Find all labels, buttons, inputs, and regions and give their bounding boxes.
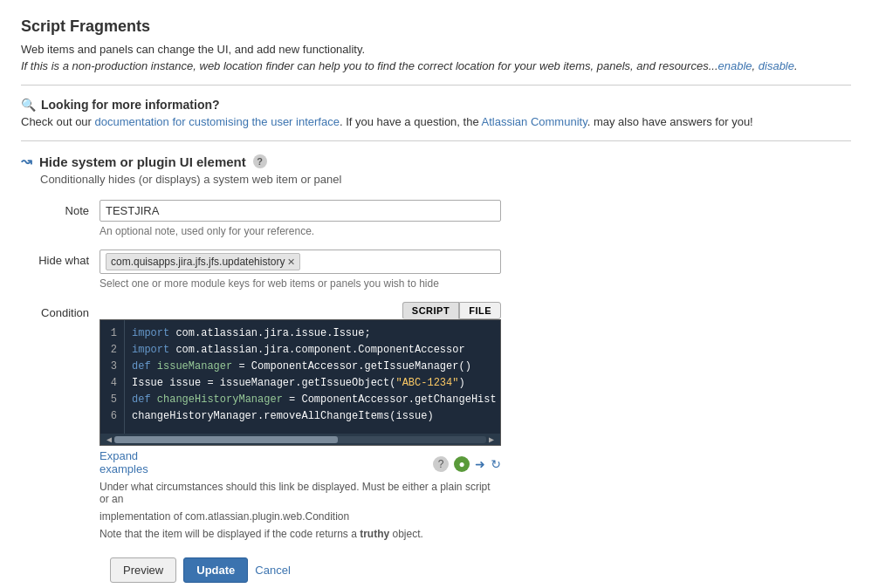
expand-row: Expand examples ? ● ➜ ↺ bbox=[100, 449, 501, 475]
line-num-4: 4 bbox=[107, 375, 117, 392]
intro-line2: If this is a non-production instance, we… bbox=[21, 59, 851, 72]
info-heading: 🔍 Looking for more information? bbox=[21, 98, 851, 112]
search-icon: 🔍 bbox=[21, 98, 36, 112]
code-line-6: changeHistoryManager.removeAllChangeItem… bbox=[132, 408, 493, 425]
scroll-right-icon[interactable]: ▶ bbox=[486, 434, 497, 445]
editor-back-icon[interactable]: ↺ bbox=[491, 457, 501, 471]
line-num-1: 1 bbox=[107, 325, 117, 342]
line-num-3: 3 bbox=[107, 359, 117, 375]
hide-what-content: com.quisapps.jira.jfs.jfs.updatehistory … bbox=[100, 250, 851, 290]
info-section: 🔍 Looking for more information? Check ou… bbox=[21, 98, 851, 128]
condition-content: SCRIPT FILE 1 2 3 4 5 6 import com.atlas… bbox=[100, 302, 851, 540]
community-link[interactable]: Atlassian Community bbox=[482, 115, 587, 128]
condition-row: Condition SCRIPT FILE 1 2 3 4 5 6 bbox=[21, 302, 851, 540]
code-content: import com.atlassian.jira.issue.Issue; i… bbox=[125, 320, 500, 434]
enable-link[interactable]: enable bbox=[718, 59, 752, 72]
truthy-text: truthy bbox=[360, 528, 389, 540]
condition-hint-2: implementation of com.atlassian.plugin.w… bbox=[100, 510, 501, 523]
expand-examples-link[interactable]: Expand examples bbox=[100, 449, 173, 475]
code-line-2: import com.atlassian.jira.component.Comp… bbox=[132, 342, 493, 359]
tab-script[interactable]: SCRIPT bbox=[402, 302, 459, 319]
hide-what-row: Hide what com.quisapps.jira.jfs.jfs.upda… bbox=[21, 250, 851, 290]
hide-what-label: Hide what bbox=[21, 250, 100, 267]
code-line-1: import com.atlassian.jira.issue.Issue; bbox=[132, 325, 493, 342]
arrow-icon: ↝ bbox=[21, 154, 32, 169]
note-content: An optional note, used only for your ref… bbox=[100, 200, 851, 237]
page-title: Script Fragments bbox=[21, 17, 851, 36]
help-icon[interactable]: ? bbox=[253, 154, 267, 168]
line-num-2: 2 bbox=[107, 342, 117, 359]
scroll-track bbox=[114, 436, 486, 443]
divider-1 bbox=[21, 85, 851, 85]
note-input[interactable] bbox=[100, 200, 501, 222]
editor-help-icon[interactable]: ? bbox=[433, 456, 449, 472]
script-tabs: SCRIPT FILE bbox=[100, 302, 501, 319]
scroll-thumb bbox=[114, 436, 338, 443]
note-hint: An optional note, used only for your ref… bbox=[100, 225, 851, 237]
code-editor-inner: 1 2 3 4 5 6 import com.atlassian.jira.is… bbox=[100, 320, 500, 434]
code-line-4: Issue issue = issueManager.getIssueObjec… bbox=[132, 375, 493, 392]
intro-line1: Web items and panels can change the UI, … bbox=[21, 43, 851, 56]
hide-what-hint: Select one or more module keys for web i… bbox=[100, 277, 851, 290]
code-editor[interactable]: 1 2 3 4 5 6 import com.atlassian.jira.is… bbox=[100, 319, 501, 446]
update-button[interactable]: Update bbox=[183, 557, 248, 583]
section-title-row: ↝ Hide system or plugin UI element ? bbox=[21, 154, 851, 169]
preview-button[interactable]: Preview bbox=[110, 557, 176, 583]
condition-label: Condition bbox=[21, 302, 100, 319]
condition-hint-1: Under what circumstances should this lin… bbox=[100, 481, 501, 505]
tab-file[interactable]: FILE bbox=[459, 302, 501, 319]
code-scrollbar: ◀ ▶ bbox=[100, 434, 500, 446]
editor-run-icon[interactable]: ● bbox=[454, 456, 470, 472]
note-label: Note bbox=[21, 200, 100, 217]
intro-italic-text: If this is a non-production instance bbox=[21, 59, 193, 72]
editor-actions: ? ● ➜ ↺ bbox=[173, 456, 501, 472]
line-numbers: 1 2 3 4 5 6 bbox=[100, 320, 125, 434]
line-num-6: 6 bbox=[107, 408, 117, 425]
note-row: Note An optional note, used only for you… bbox=[21, 200, 851, 237]
module-key-tag: com.quisapps.jira.jfs.jfs.updatehistory … bbox=[106, 253, 300, 270]
section-subtitle: Conditionally hides (or displays) a syst… bbox=[40, 173, 851, 186]
tag-remove[interactable]: ✕ bbox=[287, 256, 295, 268]
tag-text: com.quisapps.jira.jfs.jfs.updatehistory bbox=[111, 256, 285, 268]
section-title-text: Hide system or plugin UI element bbox=[39, 154, 246, 169]
disable-link[interactable]: disable bbox=[759, 59, 794, 72]
hide-what-tag-input[interactable]: com.quisapps.jira.jfs.jfs.updatehistory … bbox=[100, 250, 501, 274]
code-line-3: def issueManager = ComponentAccessor.get… bbox=[132, 359, 493, 375]
condition-hint-3: Note that the item will be displayed if … bbox=[100, 528, 501, 540]
code-line-5: def changeHistoryManager = ComponentAcce… bbox=[132, 392, 493, 408]
divider-2 bbox=[21, 140, 851, 141]
docs-link[interactable]: documentation for customising the user i… bbox=[95, 115, 340, 128]
info-text: Check out our documentation for customis… bbox=[21, 115, 851, 128]
buttons-row: Preview Update Cancel bbox=[110, 557, 851, 583]
cancel-button[interactable]: Cancel bbox=[255, 564, 290, 577]
script-block: SCRIPT FILE 1 2 3 4 5 6 import com.atlas… bbox=[100, 302, 501, 540]
scroll-left-icon[interactable]: ◀ bbox=[104, 434, 114, 445]
editor-forward-icon[interactable]: ➜ bbox=[475, 457, 485, 471]
line-num-5: 5 bbox=[107, 392, 117, 408]
